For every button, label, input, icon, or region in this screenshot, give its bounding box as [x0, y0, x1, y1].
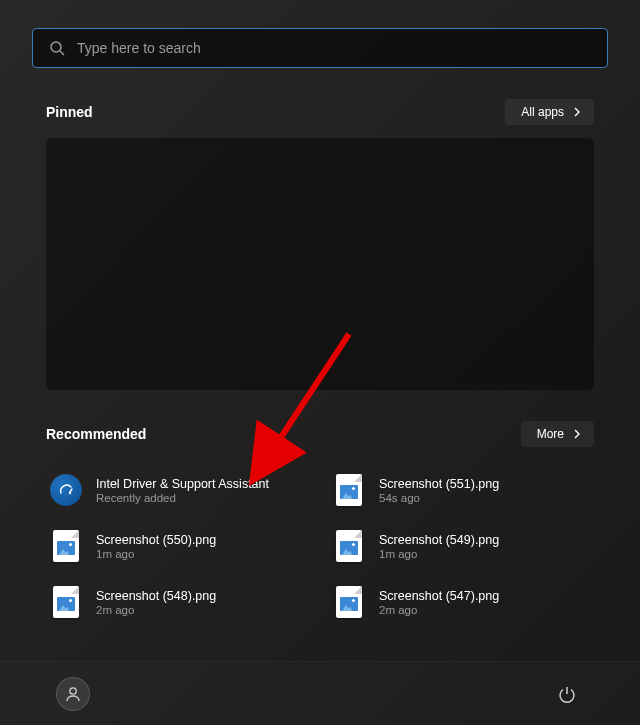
image-file-icon: [336, 586, 362, 618]
image-file-icon: [336, 530, 362, 562]
power-icon: [558, 685, 576, 703]
recommended-item-title: Screenshot (551).png: [379, 477, 499, 491]
recommended-item-title: Screenshot (547).png: [379, 589, 499, 603]
chevron-right-icon: [572, 107, 582, 117]
more-button[interactable]: More: [521, 421, 594, 447]
recommended-item[interactable]: Screenshot (548).png 2m ago: [46, 584, 311, 620]
all-apps-button[interactable]: All apps: [505, 99, 594, 125]
svg-line-1: [60, 51, 64, 55]
file-icon: [333, 586, 365, 618]
file-icon: [333, 530, 365, 562]
recommended-item-sub: 2m ago: [96, 604, 216, 616]
more-label: More: [537, 427, 564, 441]
recommended-title: Recommended: [46, 426, 146, 442]
image-file-icon: [336, 474, 362, 506]
recommended-item-sub: 2m ago: [379, 604, 499, 616]
recommended-item-sub: 54s ago: [379, 492, 499, 504]
file-icon: [333, 474, 365, 506]
recommended-item-sub: 1m ago: [379, 548, 499, 560]
power-button[interactable]: [550, 677, 584, 711]
recommended-item-sub: 1m ago: [96, 548, 216, 560]
recommended-item-title: Screenshot (549).png: [379, 533, 499, 547]
search-input[interactable]: [77, 40, 591, 56]
recommended-item[interactable]: Screenshot (549).png 1m ago: [329, 528, 594, 564]
recommended-item-title: Screenshot (550).png: [96, 533, 216, 547]
user-account-button[interactable]: [56, 677, 90, 711]
recommended-item-sub: Recently added: [96, 492, 269, 504]
taskbar-footer: [0, 661, 640, 725]
svg-point-4: [70, 687, 76, 693]
user-icon: [64, 685, 82, 703]
recommended-item[interactable]: Screenshot (550).png 1m ago: [46, 528, 311, 564]
recommended-item[interactable]: Intel Driver & Support Assistant Recentl…: [46, 472, 311, 508]
svg-point-0: [51, 42, 61, 52]
app-icon: [50, 474, 82, 506]
chevron-right-icon: [572, 429, 582, 439]
recommended-grid: Intel Driver & Support Assistant Recentl…: [0, 460, 640, 620]
recommended-item[interactable]: Screenshot (547).png 2m ago: [329, 584, 594, 620]
search-icon: [49, 40, 65, 56]
file-icon: [50, 586, 82, 618]
pinned-apps-area[interactable]: [46, 138, 594, 390]
intel-icon: [50, 474, 82, 506]
recommended-item[interactable]: Screenshot (551).png 54s ago: [329, 472, 594, 508]
image-file-icon: [53, 530, 79, 562]
recommended-item-title: Intel Driver & Support Assistant: [96, 477, 269, 491]
file-icon: [50, 530, 82, 562]
all-apps-label: All apps: [521, 105, 564, 119]
search-box[interactable]: [32, 28, 608, 68]
recommended-item-title: Screenshot (548).png: [96, 589, 216, 603]
image-file-icon: [53, 586, 79, 618]
pinned-title: Pinned: [46, 104, 93, 120]
